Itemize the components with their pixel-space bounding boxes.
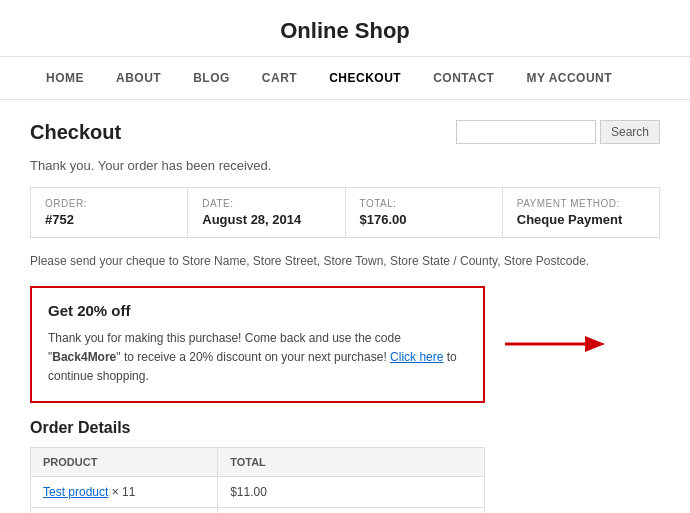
total-value: $176.00 xyxy=(360,212,488,227)
nav-item-blog[interactable]: BLOG xyxy=(177,57,246,99)
order-table: PRODUCT TOTAL Test product × 11 $11.00 C… xyxy=(30,447,485,513)
subtotal-value-cell: $11.00 xyxy=(218,507,485,513)
search-button[interactable]: Search xyxy=(600,120,660,144)
search-box-wrapper: Search xyxy=(456,120,660,144)
table-row: Test product × 11 $11.00 xyxy=(31,476,485,507)
promo-code: Back4More xyxy=(52,350,116,364)
table-row-subtotal: CART SUBTOTAL: $11.00 xyxy=(31,507,485,513)
checkout-header-row: Checkout Search xyxy=(30,120,660,144)
promo-container: Get 20% off Thank you for making this pu… xyxy=(30,286,485,403)
product-name-cell: Test product × 11 xyxy=(31,476,218,507)
svg-marker-1 xyxy=(585,336,605,352)
promo-text: Thank you for making this purchase! Come… xyxy=(48,329,467,387)
promo-text-after: " to receive a 20% discount on your next… xyxy=(116,350,390,364)
order-details-title: Order Details xyxy=(30,419,660,437)
nav-item-home[interactable]: HOME xyxy=(30,57,100,99)
nav-item-checkout[interactable]: CHECKOUT xyxy=(313,57,417,99)
date-label: DATE: xyxy=(202,198,330,209)
promo-box: Get 20% off Thank you for making this pu… xyxy=(30,286,485,403)
site-header: Online Shop xyxy=(0,0,690,57)
product-total-cell: $11.00 xyxy=(218,476,485,507)
order-label: ORDER: xyxy=(45,198,173,209)
order-details-section: Order Details PRODUCT TOTAL Test product… xyxy=(30,419,660,513)
table-header-row: PRODUCT TOTAL xyxy=(31,447,485,476)
date-value: August 28, 2014 xyxy=(202,212,330,227)
promo-title: Get 20% off xyxy=(48,302,467,319)
search-input[interactable] xyxy=(456,120,596,144)
payment-label: PAYMENT METHOD: xyxy=(517,198,645,209)
product-link[interactable]: Test product xyxy=(43,485,108,499)
order-total-cell: TOTAL: $176.00 xyxy=(346,188,503,237)
col-product: PRODUCT xyxy=(31,447,218,476)
col-total: TOTAL xyxy=(218,447,485,476)
payment-value: Cheque Payment xyxy=(517,212,645,227)
red-arrow-icon xyxy=(495,324,615,364)
nav-item-contact[interactable]: CONTACT xyxy=(417,57,510,99)
nav-list: HOME ABOUT BLOG CART CHECKOUT CONTACT MY… xyxy=(30,57,660,99)
order-value: #752 xyxy=(45,212,173,227)
payment-method-cell: PAYMENT METHOD: Cheque Payment xyxy=(503,188,659,237)
thank-you-message: Thank you. Your order has been received. xyxy=(30,158,660,173)
order-info-row: ORDER: #752 DATE: August 28, 2014 TOTAL:… xyxy=(30,187,660,238)
cheque-message: Please send your cheque to Store Name, S… xyxy=(30,252,660,270)
nav-bar: HOME ABOUT BLOG CART CHECKOUT CONTACT MY… xyxy=(0,57,690,100)
nav-item-cart[interactable]: CART xyxy=(246,57,313,99)
nav-item-about[interactable]: ABOUT xyxy=(100,57,177,99)
order-date-cell: DATE: August 28, 2014 xyxy=(188,188,345,237)
total-label: TOTAL: xyxy=(360,198,488,209)
promo-link[interactable]: Click here xyxy=(390,350,443,364)
subtotal-label-cell: CART SUBTOTAL: xyxy=(31,507,218,513)
main-content: Checkout Search Thank you. Your order ha… xyxy=(0,100,690,513)
site-title: Online Shop xyxy=(280,18,410,43)
order-number-cell: ORDER: #752 xyxy=(31,188,188,237)
checkout-title: Checkout xyxy=(30,121,121,144)
nav-item-myaccount[interactable]: MY ACCOUNT xyxy=(510,57,628,99)
